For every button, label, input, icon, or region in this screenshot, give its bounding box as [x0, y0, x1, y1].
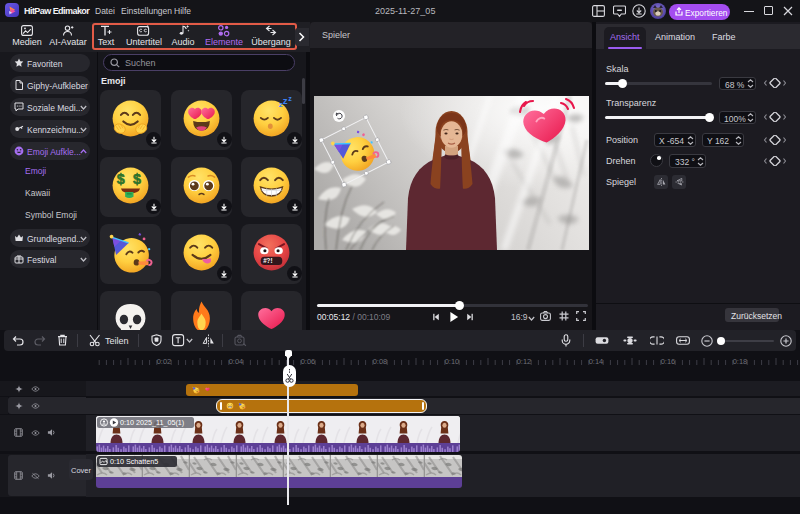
svg-text:0:06: 0:06 — [301, 357, 316, 366]
svg-text:0:16: 0:16 — [661, 357, 676, 366]
svg-text:0:10 Schatten5: 0:10 Schatten5 — [110, 457, 158, 466]
svg-text:0:18: 0:18 — [733, 357, 748, 366]
svg-text:0:10: 0:10 — [445, 357, 460, 366]
svg-text:0:02: 0:02 — [157, 357, 172, 366]
svg-text:0:08: 0:08 — [373, 357, 388, 366]
svg-text:0:12: 0:12 — [517, 357, 532, 366]
svg-text:0:14: 0:14 — [589, 357, 604, 366]
svg-text:0:04: 0:04 — [229, 357, 244, 366]
svg-text:0:10 2025_11_05(1): 0:10 2025_11_05(1) — [120, 418, 184, 427]
